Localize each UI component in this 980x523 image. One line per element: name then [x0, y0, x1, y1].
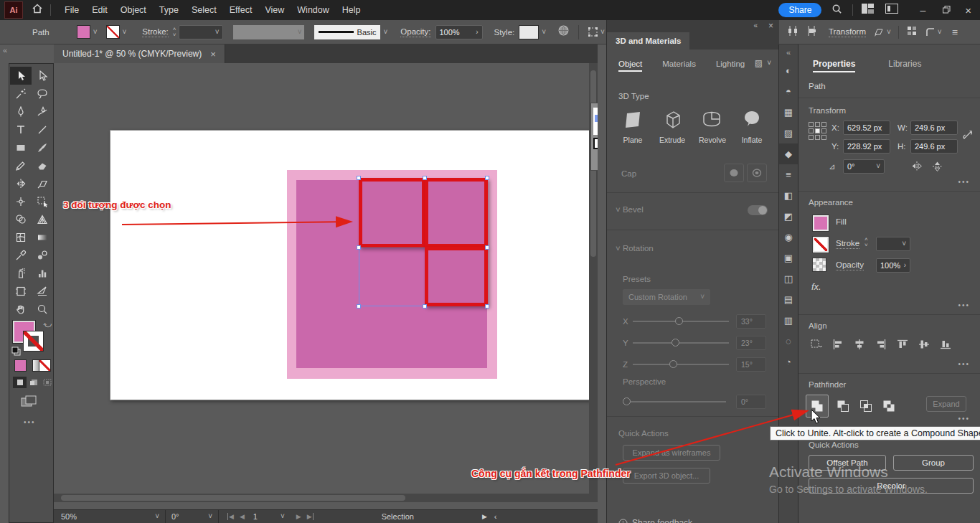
menu-help[interactable]: Help	[336, 5, 367, 15]
appearance-opacity-label[interactable]: Opacity	[836, 260, 864, 270]
arrange-documents-icon[interactable]	[862, 4, 874, 17]
last-artboard-icon[interactable]: ▶	[307, 513, 314, 520]
search-icon[interactable]	[831, 4, 842, 17]
color-panel-icon[interactable]: ◐	[779, 60, 798, 81]
red-square-top-left[interactable]	[359, 178, 425, 248]
draw-behind-button[interactable]	[27, 377, 40, 388]
status-collapse-icon[interactable]: ‹	[494, 512, 497, 521]
align-top-button[interactable]	[895, 337, 910, 352]
column-graph-tool[interactable]	[32, 264, 53, 282]
dock-collapse-icon[interactable]: «	[779, 44, 798, 60]
navigator-thumbnail[interactable]	[590, 103, 598, 171]
zoom-tool[interactable]	[32, 300, 53, 318]
transparency-panel-icon[interactable]: ◩	[779, 206, 798, 227]
swap-fill-stroke-icon[interactable]: ⤸	[43, 323, 52, 328]
artboards-panel-icon[interactable]: ▤	[779, 289, 798, 310]
gradient-panel-icon[interactable]: ◧	[779, 185, 798, 206]
rotate-y-value[interactable]: 23°	[736, 336, 766, 350]
tab-properties[interactable]: Properties	[813, 59, 855, 69]
appearance-panel-icon[interactable]: ◉	[779, 227, 798, 248]
rotate-z-value[interactable]: 15°	[736, 357, 766, 372]
chevron-down-icon[interactable]: ˅	[767, 60, 771, 67]
symbols-panel-icon[interactable]: ◆	[779, 143, 798, 164]
home-icon[interactable]	[32, 3, 43, 17]
first-artboard-icon[interactable]: ◀	[227, 513, 234, 520]
magic-wand-tool[interactable]	[10, 85, 32, 103]
opacity-label[interactable]: Opacity:	[400, 27, 430, 37]
share-button[interactable]: Share	[778, 3, 821, 17]
line-segment-tool[interactable]	[32, 121, 53, 138]
eraser-tool[interactable]	[32, 156, 53, 174]
draw-normal-button[interactable]	[13, 377, 27, 388]
selection-handle[interactable]	[357, 304, 361, 308]
pencil-tool[interactable]	[10, 156, 32, 174]
export-3d-object-button[interactable]: Export 3D object...	[623, 468, 710, 484]
selection-handle[interactable]	[423, 176, 427, 180]
layers-panel-icon[interactable]: ◫	[779, 268, 798, 289]
rotate-x-slider[interactable]	[633, 321, 729, 322]
3d-type-inflate[interactable]: Inflate	[735, 109, 769, 144]
screen-mode-icon[interactable]	[21, 395, 37, 411]
panel-menu-icon[interactable]: ≡	[952, 27, 958, 38]
selection-handle[interactable]	[423, 304, 427, 308]
asset-export-panel-icon[interactable]: ▥	[779, 310, 798, 331]
y-field[interactable]: 228.92 px	[843, 139, 890, 154]
flip-vertical-icon[interactable]	[932, 161, 943, 175]
link-dimensions-icon[interactable]	[962, 129, 974, 143]
stroke-weight-dropdown[interactable]: ˅	[179, 25, 223, 39]
recolor-button[interactable]: Recolor	[809, 478, 974, 494]
align-bottom-button[interactable]	[938, 337, 953, 352]
chevron-down-icon[interactable]: ˅	[93, 29, 98, 36]
align-center-v-button[interactable]	[916, 337, 932, 352]
chevron-down-icon[interactable]: ˅	[383, 29, 387, 36]
zoom-level-dropdown[interactable]: 50% ˅	[54, 510, 166, 523]
flip-horizontal-icon[interactable]	[910, 161, 923, 174]
menu-view[interactable]: View	[258, 5, 291, 15]
group-button[interactable]: Group	[893, 455, 974, 471]
pathfinder-intersect-button[interactable]	[857, 397, 875, 415]
red-square-top-right[interactable]	[425, 178, 488, 248]
align-to-selector[interactable]	[809, 337, 824, 352]
offset-path-button[interactable]: Offset Path	[809, 455, 886, 471]
paintbrush-tool[interactable]	[32, 138, 53, 156]
appearance-opacity-swatch[interactable]	[813, 258, 826, 271]
transform-more-options[interactable]: •••	[958, 178, 970, 186]
selection-handle[interactable]	[485, 245, 489, 250]
status-play-icon[interactable]: ▶	[482, 513, 487, 520]
expand-button[interactable]: Expand	[926, 396, 966, 412]
shear-tool[interactable]	[32, 174, 53, 192]
rectangle-tool[interactable]	[10, 138, 32, 156]
rotate-z-slider[interactable]	[633, 364, 729, 365]
brushes-panel-icon[interactable]: ▨	[779, 123, 798, 143]
opacity-field[interactable]: 100% ›	[435, 25, 483, 39]
align-left-button[interactable]	[830, 337, 846, 352]
menu-edit[interactable]: Edit	[85, 5, 114, 15]
menu-file[interactable]: File	[58, 5, 85, 15]
restore-button[interactable]	[934, 4, 959, 17]
fx-button[interactable]: fx.	[811, 281, 821, 292]
stroke-weight-field[interactable]: ˅	[876, 237, 910, 251]
prev-artboard-icon[interactable]: ◀	[240, 513, 245, 520]
angle-field[interactable]: 0° ˅	[843, 159, 885, 174]
selection-handle[interactable]	[357, 176, 361, 180]
align-center-h-button[interactable]	[852, 337, 867, 352]
pathfinder-exclude-button[interactable]	[880, 397, 897, 415]
artboard-tool[interactable]	[10, 282, 32, 300]
symbol-sprayer-tool[interactable]	[10, 264, 32, 282]
tab-libraries[interactable]: Libraries	[888, 59, 921, 69]
draw-inside-button[interactable]	[40, 377, 54, 388]
perspective-value[interactable]: 0°	[736, 395, 766, 409]
3d-type-plane[interactable]: Plane	[617, 109, 649, 144]
selection-tool[interactable]	[10, 67, 32, 85]
menu-effect[interactable]: Effect	[223, 5, 259, 15]
mesh-tool[interactable]	[10, 228, 32, 246]
gradient-tool[interactable]	[32, 228, 53, 246]
bevel-section-label[interactable]: ˅ Bevel	[616, 205, 644, 214]
color-guide-panel-icon[interactable]: ◓	[779, 81, 798, 102]
chevron-down-icon[interactable]: ˅	[123, 29, 127, 36]
share-feedback-link[interactable]: Share feedback	[618, 518, 692, 523]
toolbar-collapse-icon[interactable]: «	[3, 46, 7, 55]
stroke-weight-stepper2[interactable]: ˄ ˅	[864, 237, 868, 248]
3d-type-extrude[interactable]: Extrude	[654, 109, 690, 144]
next-artboard-icon[interactable]: ▶	[296, 513, 301, 520]
